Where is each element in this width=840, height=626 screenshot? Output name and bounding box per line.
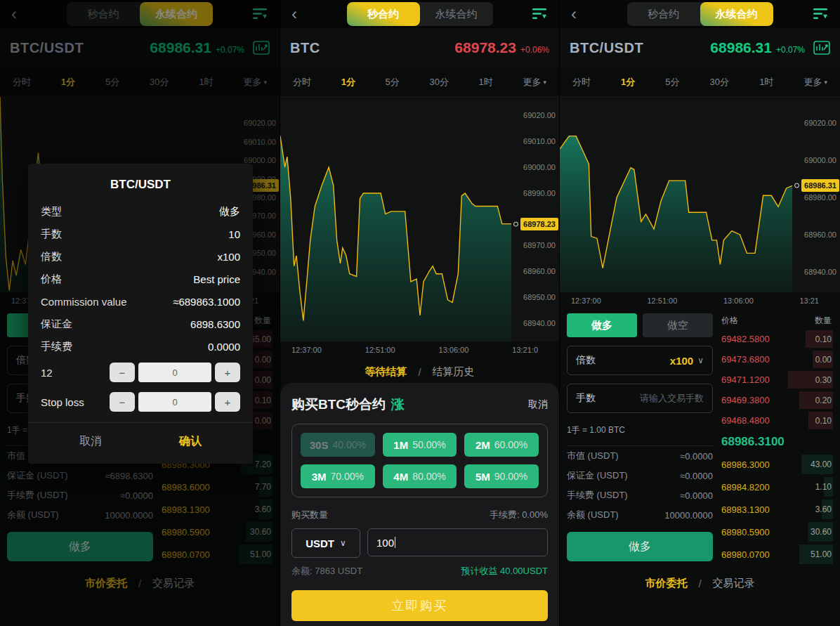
y-axis-tick: 69020.00 (804, 119, 836, 127)
time-axis: 12:37:0012:51:0013:06:0013:21 (560, 292, 840, 309)
minus-button[interactable]: − (110, 392, 135, 412)
modal-row: 手续费0.0000 (41, 335, 240, 358)
minus-button[interactable]: − (110, 363, 135, 382)
leverage-select[interactable]: 倍数 x100∨ (567, 346, 713, 375)
back-icon[interactable]: ‹ (280, 1, 308, 27)
chevron-down-icon: ∨ (697, 356, 704, 365)
last-price: 68978.23 (454, 39, 516, 56)
amount-input[interactable]: 100 (367, 528, 548, 556)
duration-option-3M[interactable]: 3M70.00% (301, 464, 375, 488)
menu-icon[interactable] (520, 8, 559, 20)
book-qty: 0.30 (815, 375, 832, 385)
modal-confirm-button[interactable]: 确认 (140, 423, 240, 459)
caret-down-icon: ▾ (824, 79, 827, 86)
plus-button[interactable]: + (215, 363, 240, 382)
payout-percent: 50.00% (412, 439, 445, 450)
tab-seconds-contract[interactable]: 秒合约 (627, 2, 700, 26)
duration-option-2M[interactable]: 2M60.00% (464, 433, 539, 457)
modal-row-value: Best price (193, 273, 240, 285)
modal-row-label: 类型 (41, 205, 62, 219)
back-icon[interactable]: ‹ (560, 1, 588, 27)
lot-unit-note: 1手 = 1.00 BTC (567, 424, 713, 436)
price-chart[interactable]: 69020.0069010.0069000.0068990.0068970.00… (280, 97, 559, 341)
ask-row[interactable]: 69469.38000.20 (720, 390, 833, 410)
panel-perpetual-left: ‹ 秒合约 永续合约 BTC/USDT 68986.31 +0.07% 分时1分… (0, 0, 280, 626)
bottom-tabs: 市价委托 / 交易记录 (560, 568, 840, 598)
payout-percent: 80.00% (412, 471, 445, 482)
interval-tab-分时[interactable]: 分时 (293, 76, 311, 89)
interval-tab-1时[interactable]: 1时 (479, 76, 493, 89)
symbol: BTC/USDT (570, 40, 643, 56)
modal-row-label: 手续费 (41, 340, 72, 353)
book-price: 69469.3800 (721, 395, 770, 405)
y-axis-tick: 68990.00 (523, 189, 556, 197)
interval-tab-30分[interactable]: 30分 (710, 76, 729, 89)
interval-tab-分时[interactable]: 分时 (572, 76, 591, 89)
payout-percent: 40.00% (332, 439, 365, 450)
duration-option-1M[interactable]: 1M50.00% (383, 433, 457, 457)
ask-row[interactable]: 69471.12000.30 (720, 370, 833, 390)
account-info-row: 市值 (USDT)≈0.0000 (567, 446, 713, 466)
sheet-cancel-button[interactable]: 取消 (528, 398, 548, 411)
interval-tab-5分[interactable]: 5分 (386, 76, 400, 89)
bid-row[interactable]: 68986.300043.00 (720, 453, 833, 476)
modal-row-value: 6898.6300 (190, 318, 240, 330)
time-label: 12:37:00 (571, 296, 601, 305)
y-axis-tick: 68980.00 (804, 193, 836, 202)
duration-option-4M[interactable]: 4M80.00% (383, 464, 457, 488)
interval-tab-30分[interactable]: 30分 (429, 76, 448, 89)
book-qty: 51.00 (811, 549, 832, 559)
book-price: 68983.1300 (721, 504, 770, 515)
time-label: 12:51:00 (647, 296, 677, 305)
stepper-row: Stop loss−0+ (41, 387, 240, 417)
open-long-button[interactable]: 做多 (567, 532, 713, 561)
interval-tab-1分[interactable]: 1分 (341, 76, 355, 89)
bid-row[interactable]: 68984.82001.10 (720, 476, 833, 498)
price-change: +0.06% (520, 45, 549, 55)
stepper-value[interactable]: 0 (138, 363, 211, 382)
y-axis-tick: 69020.00 (523, 111, 556, 119)
buy-now-button[interactable]: 立即购买 (291, 590, 548, 621)
bid-row[interactable]: 68983.13003.60 (720, 498, 833, 521)
current-price-tag: 68978.23 (520, 218, 558, 230)
modal-cancel-button[interactable]: 取消 (41, 423, 140, 459)
y-axis-tick: 68940.00 (523, 319, 556, 327)
interval-tab-更多[interactable]: 更多▾ (803, 76, 827, 89)
long-tab[interactable]: 做多 (567, 313, 637, 337)
tab-perpetual-contract[interactable]: 永续合约 (700, 2, 773, 26)
ask-row[interactable]: 69468.48000.10 (720, 410, 833, 431)
tab-market-orders[interactable]: 市价委托 (645, 577, 687, 590)
ask-row[interactable]: 69473.68000.00 (720, 349, 833, 370)
kline-chart-icon[interactable] (813, 41, 830, 55)
stepper-label: 12 (41, 367, 53, 379)
info-value: ≈0.0000 (680, 451, 713, 462)
tab-pending-settlement[interactable]: 等待结算 (365, 365, 407, 379)
lots-input[interactable]: 手数 请输入交易手数 (567, 384, 713, 413)
tab-perpetual-contract[interactable]: 永续合约 (420, 2, 493, 26)
interval-tab-更多[interactable]: 更多▾ (523, 76, 546, 89)
price-chart[interactable]: 69020.0069000.0068980.0068960.0068940.00… (560, 97, 840, 292)
interval-tab-1时[interactable]: 1时 (759, 76, 773, 89)
menu-icon[interactable] (801, 8, 840, 20)
bid-row[interactable]: 68980.590030.60 (720, 521, 833, 543)
y-axis-tick: 69000.00 (523, 163, 556, 171)
interval-tab-1分[interactable]: 1分 (621, 76, 635, 89)
info-label: 余额 (USDT) (567, 509, 619, 521)
plus-button[interactable]: + (215, 392, 240, 412)
duration-option-30S[interactable]: 30S40.00% (301, 433, 375, 457)
modal-row-label: 保证金 (41, 318, 72, 331)
tab-settlement-history[interactable]: 结算历史 (433, 365, 475, 379)
tab-seconds-contract[interactable]: 秒合约 (347, 2, 420, 26)
duration-option-5M[interactable]: 5M90.00% (464, 464, 539, 488)
bid-row[interactable]: 68980.070051.00 (720, 543, 833, 566)
time-axis: 12:37:0012:51:0013:06:0013:21:0 (280, 341, 559, 358)
short-tab[interactable]: 做空 (643, 313, 713, 337)
symbol-row: BTC 68978.23 +0.06% (280, 28, 559, 67)
tab-trade-history[interactable]: 交易记录 (713, 577, 755, 590)
amount-label: 购买数量 (291, 509, 328, 521)
interval-tab-5分[interactable]: 5分 (665, 76, 679, 89)
currency-select[interactable]: USDT ∨ (291, 528, 360, 558)
ask-row[interactable]: 69482.58000.10 (720, 329, 833, 349)
stepper-value[interactable]: 0 (138, 392, 211, 412)
duration-label: 5M (475, 471, 490, 483)
